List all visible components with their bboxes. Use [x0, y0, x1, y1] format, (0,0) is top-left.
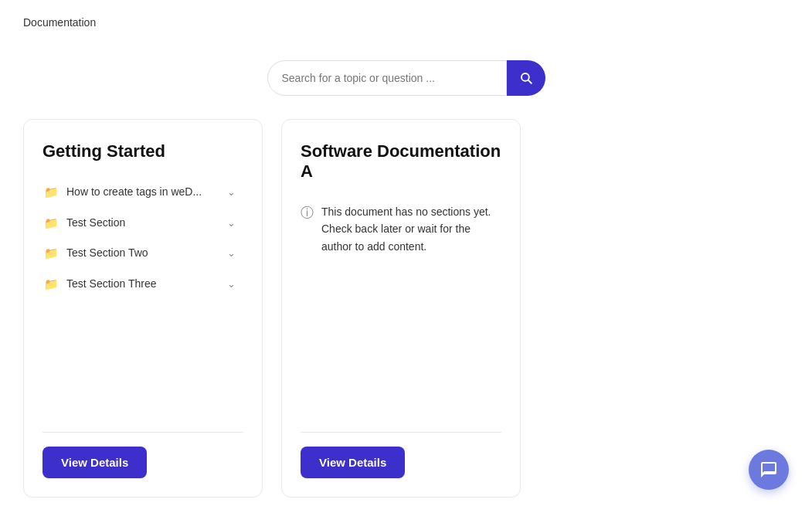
chevron-down-icon-4: ⌄ — [227, 278, 236, 290]
chat-icon — [759, 460, 778, 479]
card-divider-2 — [301, 432, 501, 433]
chevron-down-icon-1: ⌄ — [227, 186, 236, 198]
section-item-left-3: 📁 Test Section Two — [44, 246, 227, 261]
search-wrapper — [267, 60, 545, 96]
section-item-left-2: 📁 Test Section — [44, 216, 227, 231]
section-label-1: How to create tags in weD... — [66, 185, 202, 200]
view-details-button-1[interactable]: View Details — [42, 447, 147, 478]
info-icon: ⓘ — [301, 204, 314, 222]
section-item-3[interactable]: 📁 Test Section Two ⌄ — [42, 238, 237, 269]
folder-icon-4: 📁 — [44, 277, 59, 291]
view-details-button-2[interactable]: View Details — [301, 447, 405, 478]
chevron-down-icon-2: ⌄ — [227, 217, 236, 229]
section-list-2: ⓘ This document has no sections yet. Che… — [301, 197, 501, 420]
section-label-4: Test Section Three — [66, 277, 156, 292]
folder-icon-2: 📁 — [44, 216, 59, 230]
search-icon — [519, 71, 533, 85]
section-item-left-4: 📁 Test Section Three — [44, 277, 227, 292]
card-getting-started: Getting Started 📁 How to create tags in … — [23, 119, 263, 498]
card-software-doc-a: Software Documentation A ⓘ This document… — [281, 119, 521, 498]
chevron-down-icon-3: ⌄ — [227, 247, 236, 259]
search-area — [0, 37, 812, 119]
section-item-2[interactable]: 📁 Test Section ⌄ — [42, 208, 237, 239]
section-item-left-1: 📁 How to create tags in weD... — [44, 185, 227, 200]
page-title: Documentation — [23, 16, 96, 29]
page-header: Documentation — [0, 0, 812, 37]
cards-container: Getting Started 📁 How to create tags in … — [0, 119, 812, 498]
section-label-2: Test Section — [66, 216, 125, 231]
folder-icon-1: 📁 — [44, 185, 59, 199]
search-button[interactable] — [507, 60, 545, 96]
section-list: 📁 How to create tags in weD... ⌄ 📁 Test … — [42, 177, 243, 420]
right-scroll[interactable]: ⓘ This document has no sections yet. Che… — [301, 197, 501, 261]
section-item-4[interactable]: 📁 Test Section Three ⌄ — [42, 269, 237, 300]
section-label-3: Test Section Two — [66, 246, 148, 261]
folder-icon-3: 📁 — [44, 246, 59, 260]
card-title-getting-started: Getting Started — [42, 141, 243, 161]
card-title-software-doc-a: Software Documentation A — [301, 141, 501, 182]
card-divider-1 — [42, 432, 243, 433]
svg-line-1 — [528, 80, 531, 83]
chat-support-button[interactable] — [749, 450, 789, 490]
info-message: ⓘ This document has no sections yet. Che… — [301, 197, 498, 261]
section-scroll[interactable]: 📁 How to create tags in weD... ⌄ 📁 Test … — [42, 177, 243, 299]
search-input[interactable] — [267, 60, 507, 96]
section-item-1[interactable]: 📁 How to create tags in weD... ⌄ — [42, 177, 237, 208]
info-text: This document has no sections yet. Check… — [321, 203, 498, 255]
